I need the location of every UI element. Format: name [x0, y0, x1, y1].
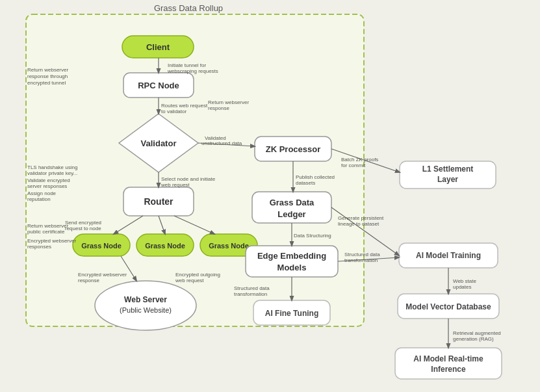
svg-text:Router: Router	[144, 196, 174, 207]
svg-text:Return webserver: Return webserver	[208, 99, 249, 105]
svg-text:generation (RAG): generation (RAG)	[453, 336, 494, 342]
svg-text:L1 Settlement: L1 Settlement	[422, 164, 474, 174]
svg-text:TLS handshake using: TLS handshake using	[27, 164, 77, 170]
svg-text:RPC Node: RPC Node	[138, 81, 179, 90]
svg-text:Validate encrypted: Validate encrypted	[27, 177, 70, 183]
svg-text:Return webserver: Return webserver	[27, 67, 68, 73]
svg-text:Structured data: Structured data	[344, 252, 380, 257]
svg-text:Ledger: Ledger	[277, 209, 305, 219]
svg-text:Return webserver: Return webserver	[27, 223, 68, 229]
svg-text:Grass Node: Grass Node	[81, 242, 122, 250]
svg-text:Layer: Layer	[437, 175, 458, 184]
svg-text:webscraping requests: webscraping requests	[167, 68, 218, 74]
svg-text:transformation: transformation	[344, 257, 378, 263]
svg-text:AI Fine Tuning: AI Fine Tuning	[265, 309, 318, 318]
svg-text:reputation: reputation	[27, 196, 51, 202]
svg-text:Select node and initiate: Select node and initiate	[161, 176, 216, 182]
svg-text:Grass  Data  Rollup: Grass Data Rollup	[154, 3, 223, 13]
svg-text:for commit: for commit	[341, 163, 366, 168]
svg-text:Publish collected: Publish collected	[296, 174, 335, 180]
svg-text:Data Structuring: Data Structuring	[294, 233, 331, 239]
svg-text:encrypted tunnel: encrypted tunnel	[27, 80, 66, 86]
svg-text:web request: web request	[161, 182, 190, 188]
svg-text:Encrypted outgoing: Encrypted outgoing	[175, 272, 220, 278]
svg-text:Assign node: Assign node	[27, 190, 57, 196]
svg-text:public certificate: public certificate	[27, 229, 65, 235]
svg-text:Retrieval augmented: Retrieval augmented	[453, 330, 501, 336]
svg-text:lineage to dataset: lineage to dataset	[338, 221, 379, 227]
diagram-svg: Grass Data Rollup Client RPC Node Valida…	[0, 0, 540, 392]
diagram-container: Grass Data Rollup Client RPC Node Valida…	[0, 0, 540, 392]
svg-text:Validator: Validator	[141, 138, 177, 148]
svg-text:unstructured data: unstructured data	[201, 140, 242, 146]
svg-rect-37	[395, 348, 502, 379]
svg-text:Encrypted webserver: Encrypted webserver	[78, 272, 127, 278]
svg-text:Routes web request: Routes web request	[161, 103, 208, 109]
svg-text:responses: responses	[27, 244, 51, 250]
svg-text:response: response	[208, 105, 229, 111]
svg-text:Web Server: Web Server	[124, 295, 167, 304]
svg-text:ZK Processor: ZK Processor	[266, 144, 321, 154]
svg-text:AI Model Training: AI Model Training	[416, 251, 481, 260]
svg-text:Grass Node: Grass Node	[209, 242, 249, 250]
svg-text:Structured data: Structured data	[234, 285, 270, 291]
svg-text:Initiate tunnel for: Initiate tunnel for	[168, 62, 206, 68]
svg-text:datasets: datasets	[296, 180, 315, 186]
svg-text:Send encrypted: Send encrypted	[65, 220, 101, 226]
svg-text:Client: Client	[146, 42, 170, 52]
svg-text:AI Model Real-time: AI Model Real-time	[413, 354, 483, 363]
svg-text:transformation: transformation	[234, 291, 267, 297]
svg-text:web request: web request	[175, 278, 204, 283]
svg-text:(Public Website): (Public Website)	[120, 306, 172, 314]
svg-text:Models: Models	[277, 263, 307, 272]
svg-text:Grass Data: Grass Data	[270, 198, 315, 207]
svg-text:updates: updates	[453, 284, 471, 290]
svg-text:Generate persistent: Generate persistent	[338, 215, 384, 221]
svg-text:Edge Embedding: Edge Embedding	[257, 251, 326, 261]
svg-text:Web state: Web state	[453, 278, 476, 284]
svg-text:request to node: request to node	[65, 226, 101, 231]
svg-text:Encrypted webserver: Encrypted webserver	[27, 238, 76, 244]
svg-point-25	[95, 281, 196, 330]
svg-text:Grass Node: Grass Node	[145, 242, 185, 250]
svg-text:Model Vector Database: Model Vector Database	[405, 302, 491, 311]
svg-text:response: response	[78, 278, 99, 283]
svg-text:Inference: Inference	[431, 365, 466, 374]
svg-text:server responses: server responses	[27, 183, 67, 189]
svg-text:to validator: to validator	[161, 109, 186, 114]
svg-text:validator private key...: validator private key...	[27, 170, 77, 176]
svg-text:Batch ZK proofs: Batch ZK proofs	[341, 157, 378, 163]
svg-text:response through: response through	[27, 73, 68, 79]
